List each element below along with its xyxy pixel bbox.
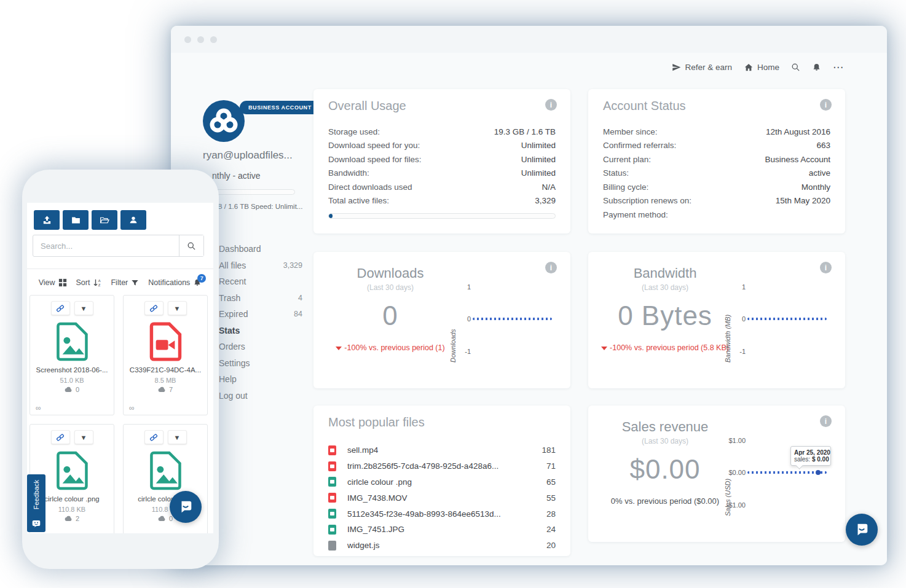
business-account-badge-label: BUSINESS ACCOUNT <box>248 104 312 111</box>
info-icon[interactable]: i <box>820 262 832 273</box>
sidebar-item-trash[interactable]: Trash4 <box>219 290 302 307</box>
sidebar-nav: Dashboard All files3,329 Recent Trash4 E… <box>219 241 302 404</box>
card-title: Account Status <box>603 99 686 113</box>
browser-window: Refer & earn Home ⋯ BUSINESS ACCOUNT <box>171 26 887 565</box>
chart-tick: -1 <box>443 348 471 355</box>
card-title: Bandwidth <box>588 265 742 281</box>
search-button[interactable] <box>179 235 203 256</box>
copy-link-button[interactable] <box>51 430 70 444</box>
popular-file-row[interactable]: sell.mp4181 <box>328 442 556 458</box>
sales-chart: Sales (USD) $1.00 $0.00 -$1.00 Apr 25, 2… <box>727 433 834 516</box>
header-search-icon[interactable] <box>791 63 800 72</box>
sidebar-item-help[interactable]: Help <box>219 371 302 388</box>
header-more-icon[interactable]: ⋯ <box>833 61 844 74</box>
refer-earn-link[interactable]: Refer & earn <box>672 63 732 72</box>
stat-row: Confirmed referrals:663 <box>603 139 830 153</box>
chart-line <box>747 318 827 320</box>
upload-button[interactable] <box>34 210 60 230</box>
chat-launcher-button[interactable] <box>170 491 202 523</box>
image-file-icon <box>328 525 336 535</box>
header-bell-icon[interactable] <box>812 63 821 72</box>
popular-file-row[interactable]: IMG_7451.JPG24 <box>328 522 556 538</box>
info-icon[interactable]: i <box>545 99 557 111</box>
search-input[interactable] <box>33 235 179 256</box>
usage-row: Direct downloads usedN/A <box>328 180 556 194</box>
caret-down-icon: ▼ <box>81 305 87 312</box>
new-folder-button[interactable] <box>63 210 89 230</box>
overall-usage-rows: Storage used:19.3 GB / 1.6 TB Download s… <box>328 125 556 208</box>
usage-row: Storage used:19.3 GB / 1.6 TB <box>328 125 556 139</box>
view-control[interactable]: View <box>39 278 67 287</box>
file-card[interactable]: ▼ Screenshot 2018-06-... 51.0 KB 0 ∞ <box>30 295 114 415</box>
cloud-download-icon <box>158 515 166 522</box>
filter-control[interactable]: Filter <box>111 278 139 287</box>
card-title: Overall Usage <box>328 99 406 113</box>
list-controls: View Sort AZ Filter Notifications 7 <box>27 275 213 290</box>
bandwidth-chart: Bandwidth (MB) 1 0 -1 <box>727 280 834 363</box>
caret-down-icon: ▼ <box>174 434 181 441</box>
usage-row: Bandwidth:Unlimited <box>328 167 556 181</box>
infinity-expiry-icon: ∞ <box>129 404 135 412</box>
file-card[interactable]: ▼ C339F21C-94DC-4A... 8.5 MB 7 ∞ <box>123 295 208 415</box>
caret-down-icon: ▼ <box>81 434 87 441</box>
notifications-control[interactable]: Notifications 7 <box>148 278 202 287</box>
feedback-tab[interactable]: Feedback <box>27 474 45 532</box>
home-link[interactable]: Home <box>744 63 779 72</box>
sidebar-item-all-files[interactable]: All files3,329 <box>219 257 302 274</box>
sort-control[interactable]: Sort AZ <box>76 278 102 288</box>
copy-link-button[interactable] <box>144 430 163 444</box>
chart-tick: $0.00 <box>718 469 746 476</box>
account-button[interactable] <box>120 210 146 230</box>
chat-launcher-button[interactable] <box>846 514 878 546</box>
tooltip-date: Apr 25, 2020 <box>794 449 827 456</box>
marketing-composition: Refer & earn Home ⋯ BUSINESS ACCOUNT <box>0 0 906 588</box>
file-menu-button[interactable]: ▼ <box>74 430 93 444</box>
plan-status-text: nthly - active <box>212 171 261 181</box>
popular-file-row[interactable]: 5112e345-f23e-49ab-8993-864ee6513d...28 <box>328 506 556 522</box>
sidebar-item-settings[interactable]: Settings <box>219 355 302 372</box>
info-icon[interactable]: i <box>545 262 557 273</box>
svg-text:Z: Z <box>98 283 101 287</box>
sidebar-item-dashboard[interactable]: Dashboard <box>219 241 302 257</box>
window-control-dot[interactable] <box>184 36 191 43</box>
video-file-icon <box>328 493 336 503</box>
link-icon <box>54 431 66 444</box>
generic-file-icon <box>328 541 336 551</box>
popular-file-row[interactable]: cirlcle colour .png65 <box>328 474 556 490</box>
refer-earn-label: Refer & earn <box>685 63 732 72</box>
image-file-icon <box>328 509 336 519</box>
filter-icon <box>131 279 139 287</box>
chart-tick: 1 <box>718 283 746 291</box>
notification-badge: 7 <box>197 274 206 283</box>
window-control-dot[interactable] <box>210 36 217 43</box>
popular-file-row[interactable]: IMG_7438.MOV55 <box>328 490 556 506</box>
download-count: 7 <box>169 386 173 393</box>
chart-tooltip: Apr 25, 2020 sales: $ 0.00 <box>790 446 831 466</box>
copy-link-button[interactable] <box>144 301 163 315</box>
sidebar-item-recent[interactable]: Recent <box>219 273 302 290</box>
copy-link-button[interactable] <box>51 301 70 315</box>
sidebar-item-logout[interactable]: Log out <box>219 388 302 404</box>
file-menu-button[interactable]: ▼ <box>168 430 187 444</box>
file-menu-button[interactable]: ▼ <box>74 301 93 315</box>
open-folder-button[interactable] <box>92 210 117 230</box>
link-icon <box>148 302 160 315</box>
info-icon[interactable]: i <box>820 415 832 427</box>
window-control-dot[interactable] <box>197 36 204 43</box>
sidebar-item-orders[interactable]: Orders <box>219 339 302 355</box>
feedback-smiley-icon <box>32 520 41 528</box>
storage-usage-text: GB / 1.6 TB Speed: Unlimit... <box>212 203 302 210</box>
download-count: 2 <box>76 515 79 522</box>
chat-bubble-icon <box>854 522 870 538</box>
feedback-label: Feedback <box>33 480 40 509</box>
info-icon[interactable]: i <box>820 99 832 111</box>
search-bar <box>33 235 204 257</box>
card-sales-revenue: i Sales revenue (Last 30 days) $0.00 0% … <box>588 406 845 542</box>
file-menu-button[interactable]: ▼ <box>168 301 187 315</box>
grid-view-icon <box>58 278 67 287</box>
sidebar-item-stats[interactable]: Stats <box>219 323 302 339</box>
popular-file-row[interactable]: widget.js20 <box>328 538 556 554</box>
popular-file-row[interactable]: trim.2b8256f5-7cda-4798-925d-a428a6...71 <box>328 458 556 474</box>
video-file-icon <box>328 461 336 471</box>
sidebar-item-expired[interactable]: Expired84 <box>219 306 302 323</box>
